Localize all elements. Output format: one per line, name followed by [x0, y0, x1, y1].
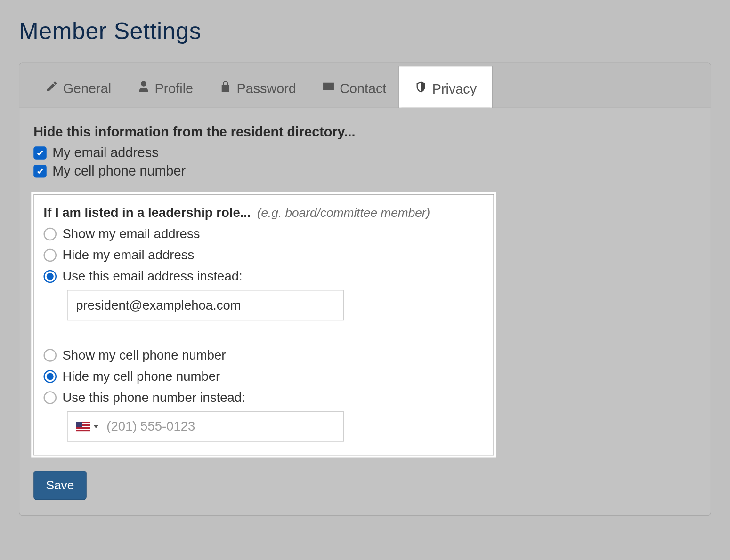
user-icon	[137, 80, 150, 96]
radio-unselected-icon[interactable]	[44, 249, 57, 262]
checkbox-checked-icon[interactable]	[33, 164, 47, 177]
phone-placeholder: (201) 555-0123	[104, 419, 195, 434]
lock-icon	[219, 80, 232, 96]
tab-profile[interactable]: Profile	[124, 68, 206, 107]
hide-email-row[interactable]: My email address	[33, 145, 697, 161]
tab-contact[interactable]: Contact	[309, 68, 399, 107]
settings-panel: General Profile Password Contact	[19, 63, 711, 516]
radio-label: Hide my email address	[63, 248, 195, 263]
radio-unselected-icon[interactable]	[44, 349, 57, 362]
leadership-heading: If I am listed in a leadership role...	[44, 205, 251, 220]
leadership-box: If I am listed in a leadership role... (…	[33, 194, 494, 456]
radio-label: Show my cell phone number	[63, 348, 226, 363]
radio-unselected-icon[interactable]	[44, 228, 57, 241]
hide-section-heading: Hide this information from the resident …	[33, 124, 697, 140]
radio-hide-email[interactable]: Hide my email address	[44, 248, 484, 263]
edit-icon	[45, 80, 58, 96]
radio-show-email[interactable]: Show my email address	[44, 226, 484, 242]
checkbox-checked-icon[interactable]	[33, 146, 47, 160]
radio-selected-icon[interactable]	[44, 370, 57, 383]
country-flag-dropdown[interactable]	[68, 412, 105, 441]
tab-password[interactable]: Password	[206, 68, 309, 107]
radio-selected-icon[interactable]	[44, 270, 57, 283]
save-button[interactable]: Save	[33, 471, 86, 500]
page-title: Member Settings	[19, 18, 711, 48]
radio-label: Show my email address	[63, 226, 200, 242]
radio-alt-email[interactable]: Use this email address instead:	[44, 269, 484, 284]
caret-down-icon	[94, 425, 98, 428]
radio-hide-cell[interactable]: Hide my cell phone number	[44, 369, 484, 384]
alt-phone-input[interactable]: (201) 555-0123	[67, 411, 344, 442]
tab-label: Privacy	[432, 81, 477, 97]
radio-alt-cell[interactable]: Use this phone number instead:	[44, 390, 484, 406]
radio-show-cell[interactable]: Show my cell phone number	[44, 348, 484, 363]
tab-label: Contact	[340, 80, 386, 96]
tab-bar: General Profile Password Contact	[19, 63, 711, 108]
alt-email-value: president@examplehoa.com	[76, 298, 241, 313]
radio-label: Use this email address instead:	[63, 269, 243, 284]
hide-cell-label: My cell phone number	[52, 163, 186, 179]
tab-label: Profile	[155, 80, 194, 96]
tab-label: Password	[237, 80, 296, 96]
leadership-note: (e.g. board/committee member)	[257, 206, 430, 220]
tab-label: General	[63, 80, 111, 96]
shield-icon	[414, 80, 428, 97]
radio-label: Hide my cell phone number	[63, 369, 220, 384]
envelope-icon	[322, 80, 335, 96]
tab-privacy[interactable]: Privacy	[399, 66, 492, 108]
hide-cell-row[interactable]: My cell phone number	[33, 163, 697, 179]
tab-general[interactable]: General	[32, 68, 124, 107]
hide-email-label: My email address	[52, 145, 158, 161]
us-flag-icon	[76, 422, 90, 431]
alt-email-input[interactable]: president@examplehoa.com	[67, 290, 344, 320]
leadership-heading-row: If I am listed in a leadership role... (…	[44, 205, 484, 221]
panel-body: Hide this information from the resident …	[19, 108, 711, 515]
radio-unselected-icon[interactable]	[44, 391, 57, 404]
radio-label: Use this phone number instead:	[63, 390, 245, 406]
